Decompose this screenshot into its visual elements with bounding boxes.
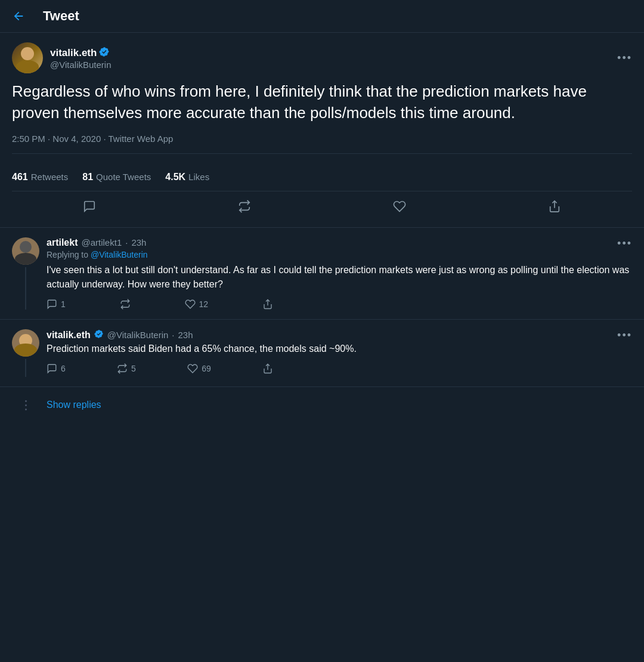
- reply-share-button-2[interactable]: [262, 363, 273, 374]
- main-tweet: vitalik.eth @VitalikButerin ••• Regardle…: [0, 33, 644, 228]
- retweet-label: Retweets: [31, 172, 69, 182]
- reply-count: 1: [61, 299, 66, 309]
- reply-reply-button-2[interactable]: 6: [47, 363, 66, 374]
- share-button[interactable]: [541, 195, 568, 218]
- reply-avatar-vitalik[interactable]: [12, 329, 39, 357]
- like-button[interactable]: [386, 195, 413, 218]
- quote-count: 81: [82, 172, 93, 182]
- reply-meta-row-2: vitalik.eth @VitalikButerin · 23h •••: [47, 329, 632, 342]
- author-names: vitalik.eth @VitalikButerin: [50, 47, 112, 70]
- reply-time: ·: [125, 237, 128, 248]
- reply-avatar-col: [12, 237, 39, 310]
- reply-content-vitalik: vitalik.eth @VitalikButerin · 23h ••• Pr…: [47, 329, 632, 377]
- reply-button[interactable]: [76, 195, 103, 218]
- tweet-header: Tweet: [0, 0, 644, 33]
- tweet-text: Regardless of who wins from here, I defi…: [12, 81, 632, 124]
- dot-1: [25, 400, 27, 402]
- likes-stat[interactable]: 4.5K Likes: [165, 172, 209, 182]
- likes-label: Likes: [188, 172, 209, 182]
- reply-author-name: artilekt: [47, 237, 78, 248]
- reply-tweet-vitalik: vitalik.eth @VitalikButerin · 23h ••• Pr…: [0, 320, 644, 387]
- retweet-count-2: 5: [131, 364, 136, 373]
- reply-author-info: artilekt @artilekt1 · 23h: [47, 237, 146, 248]
- tweet-stats: 461 Retweets 81 Quote Tweets 4.5K Likes: [12, 163, 632, 191]
- reply-handle: @artilekt1: [81, 237, 122, 248]
- reply-handle-2: @VitalikButerin: [107, 330, 169, 340]
- tweet-actions: [12, 191, 632, 227]
- reply-tweet-artilekt: artilekt @artilekt1 · 23h ••• Replying t…: [0, 228, 644, 320]
- display-name-row: vitalik.eth: [50, 47, 112, 60]
- show-replies-section: Show replies: [0, 387, 644, 423]
- reply-retweet-button[interactable]: [120, 299, 131, 310]
- tweet-timestamp: 2:50 PM · Nov 4, 2020 · Twitter Web App: [12, 134, 632, 154]
- reply-share-button[interactable]: [262, 299, 273, 310]
- show-replies-dots: [12, 398, 39, 410]
- reply-actions-vitalik: 6 5 69: [47, 363, 273, 374]
- quote-tweets-stat[interactable]: 81 Quote Tweets: [82, 172, 151, 182]
- reply-count-2: 6: [61, 364, 66, 373]
- reply-timestamp: 23h: [131, 237, 146, 248]
- reply-text-artilekt: I've seen this a lot but still don't und…: [47, 263, 632, 292]
- reply-time-sep-2: ·: [172, 330, 174, 340]
- like-count-2: 69: [202, 364, 211, 373]
- replying-to: Replying to @VitalikButerin: [47, 250, 632, 259]
- reply-reply-button[interactable]: 1: [47, 299, 66, 310]
- reply-author-name-2: vitalik.eth: [47, 330, 91, 341]
- like-count: 12: [199, 299, 209, 309]
- thread-line: [25, 267, 26, 310]
- reply-content-artilekt: artilekt @artilekt1 · 23h ••• Replying t…: [47, 237, 632, 310]
- author-handle: @VitalikButerin: [50, 60, 112, 70]
- dot-line: [25, 398, 27, 410]
- reply-author-info-2: vitalik.eth @VitalikButerin · 23h: [47, 329, 193, 341]
- retweet-count: 461: [12, 172, 28, 182]
- reply-avatar-artilekt[interactable]: [12, 237, 39, 265]
- author-row: vitalik.eth @VitalikButerin •••: [12, 42, 632, 73]
- replying-to-link[interactable]: @VitalikButerin: [91, 250, 148, 259]
- more-options-button[interactable]: •••: [617, 52, 632, 64]
- page-title: Tweet: [43, 8, 79, 24]
- retweets-stat[interactable]: 461 Retweets: [12, 172, 68, 182]
- author-info: vitalik.eth @VitalikButerin: [12, 42, 112, 73]
- verified-badge-2: [94, 329, 104, 341]
- quote-label: Quote Tweets: [96, 172, 151, 182]
- reply-more-options[interactable]: •••: [617, 237, 632, 250]
- reply-meta-row: artilekt @artilekt1 · 23h •••: [47, 237, 632, 250]
- reply-like-button[interactable]: 12: [185, 299, 209, 310]
- avatar[interactable]: [12, 42, 43, 73]
- reply-layout-2: vitalik.eth @VitalikButerin · 23h ••• Pr…: [12, 329, 632, 377]
- reply-like-button-2[interactable]: 69: [187, 363, 211, 374]
- reply-retweet-button-2[interactable]: 5: [117, 363, 136, 374]
- reply-avatar-col-2: [12, 329, 39, 377]
- back-button[interactable]: [12, 10, 25, 23]
- reply-layout: artilekt @artilekt1 · 23h ••• Replying t…: [12, 237, 632, 310]
- likes-count: 4.5K: [165, 172, 185, 182]
- retweet-button[interactable]: [231, 195, 258, 218]
- dot-3: [25, 409, 27, 410]
- thread-line-2: [25, 359, 26, 377]
- reply-more-options-2[interactable]: •••: [617, 329, 632, 342]
- verified-badge: [99, 47, 110, 60]
- show-replies-link[interactable]: Show replies: [47, 398, 101, 412]
- reply-timestamp-2: 23h: [178, 330, 193, 340]
- author-display-name: vitalik.eth: [50, 47, 97, 59]
- reply-actions-artilekt: 1 12: [47, 299, 273, 310]
- reply-text-vitalik: Prediction markets said Biden had a 65% …: [47, 342, 632, 356]
- dot-2: [25, 404, 27, 406]
